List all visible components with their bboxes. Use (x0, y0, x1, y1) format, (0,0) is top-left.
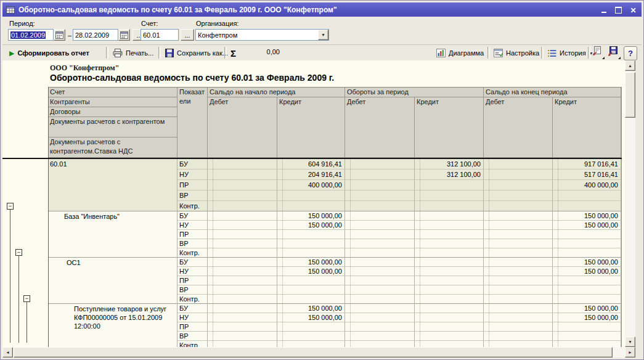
value-cell[interactable] (553, 341, 621, 347)
collapse-group-button[interactable]: − (23, 295, 30, 302)
value-cell[interactable] (415, 211, 484, 221)
period-to-input[interactable]: 28.02.2009 (73, 29, 118, 41)
indicator-cell[interactable]: ВР (177, 239, 208, 248)
value-cell[interactable] (415, 341, 484, 347)
value-cell[interactable]: 150 000,00 (277, 267, 345, 276)
value-cell[interactable] (484, 341, 553, 347)
value-cell[interactable] (208, 248, 277, 258)
value-cell[interactable] (345, 211, 415, 221)
period-from-calendar-button[interactable] (54, 29, 65, 41)
value-cell[interactable] (415, 332, 484, 341)
indicator-cell[interactable]: Контр. (177, 201, 208, 211)
section-label-cell[interactable]: 60.01 (48, 159, 177, 211)
value-cell[interactable] (277, 190, 345, 201)
value-cell[interactable] (208, 285, 277, 295)
value-cell[interactable] (484, 221, 553, 230)
value-cell[interactable] (415, 258, 484, 267)
value-cell[interactable]: 312 100,00 (415, 159, 484, 170)
settings-button[interactable]: Настройка (491, 46, 542, 60)
value-cell[interactable] (345, 180, 415, 190)
value-cell[interactable] (208, 258, 277, 267)
value-cell[interactable] (484, 159, 553, 170)
indicator-cell[interactable]: НУ (177, 170, 208, 180)
value-cell[interactable] (208, 332, 277, 341)
value-cell[interactable] (345, 170, 415, 180)
value-cell[interactable] (415, 190, 484, 201)
value-cell[interactable] (208, 322, 277, 332)
value-cell[interactable]: 150 000,00 (553, 221, 621, 230)
value-cell[interactable]: 150 000,00 (277, 221, 345, 230)
value-cell[interactable] (208, 180, 277, 190)
indicator-cell[interactable]: ВР (177, 332, 208, 341)
value-cell[interactable] (345, 267, 415, 276)
value-cell[interactable] (484, 332, 553, 341)
value-cell[interactable] (345, 230, 415, 239)
scroll-right-button[interactable]: ► (625, 347, 635, 358)
indicator-cell[interactable]: ВР (177, 190, 208, 201)
indicator-cell[interactable]: ПР (177, 230, 208, 239)
account-input[interactable]: 60.01 (141, 29, 179, 41)
indicator-cell[interactable]: БУ (177, 211, 208, 221)
value-cell[interactable] (415, 304, 484, 313)
value-cell[interactable] (415, 267, 484, 276)
value-cell[interactable] (345, 258, 415, 267)
value-cell[interactable] (484, 304, 553, 313)
value-cell[interactable] (208, 313, 277, 322)
help-button[interactable]: ? (624, 46, 637, 60)
save-report-settings-button[interactable] (608, 46, 621, 60)
value-cell[interactable] (484, 313, 553, 322)
value-cell[interactable] (208, 276, 277, 285)
value-cell[interactable]: 204 916,41 (277, 170, 345, 180)
value-cell[interactable] (208, 190, 277, 201)
organization-dropdown-button[interactable]: ▼ (318, 30, 328, 40)
value-cell[interactable] (345, 239, 415, 248)
value-cell[interactable] (553, 239, 621, 248)
scroll-down-button[interactable]: ▼ (625, 337, 635, 347)
scroll-left-button[interactable]: ◄ (2, 347, 13, 358)
period-from-input[interactable]: 01.02.2009 (8, 29, 54, 41)
value-cell[interactable] (345, 295, 415, 304)
value-cell[interactable] (208, 201, 277, 211)
value-cell[interactable] (208, 267, 277, 276)
value-cell[interactable] (277, 239, 345, 248)
value-cell[interactable] (484, 248, 553, 258)
value-cell[interactable] (553, 276, 621, 285)
indicator-cell[interactable]: ПР (177, 180, 208, 190)
value-cell[interactable] (208, 295, 277, 304)
value-cell[interactable] (415, 180, 484, 190)
value-cell[interactable] (484, 285, 553, 295)
indicator-cell[interactable]: БУ (177, 304, 208, 313)
scroll-up-button[interactable]: ▲ (625, 60, 635, 71)
value-cell[interactable] (553, 230, 621, 239)
value-cell[interactable] (277, 248, 345, 258)
value-cell[interactable] (208, 170, 277, 180)
value-cell[interactable] (553, 201, 621, 211)
indicator-cell[interactable]: НУ (177, 221, 208, 230)
value-cell[interactable] (484, 180, 553, 190)
value-cell[interactable]: 604 916,41 (277, 159, 345, 170)
hscroll-thumb[interactable] (14, 347, 613, 358)
print-button[interactable]: Печать... (110, 46, 156, 60)
value-cell[interactable] (415, 248, 484, 258)
collapse-group-button[interactable]: − (7, 203, 14, 210)
value-cell[interactable]: 150 000,00 (553, 313, 621, 322)
value-cell[interactable] (345, 221, 415, 230)
period-to-calendar-button[interactable] (118, 29, 130, 41)
value-cell[interactable] (553, 322, 621, 332)
close-button[interactable]: ✕ (628, 5, 638, 14)
section-label-cell[interactable]: Поступление товаров и услуг КФП00000005 … (48, 304, 177, 347)
value-cell[interactable] (484, 276, 553, 285)
value-cell[interactable]: 517 016,41 (553, 170, 621, 180)
value-cell[interactable]: 150 000,00 (553, 267, 621, 276)
value-cell[interactable] (277, 285, 345, 295)
value-cell[interactable] (208, 304, 277, 313)
value-cell[interactable] (484, 239, 553, 248)
value-cell[interactable] (484, 190, 553, 201)
value-cell[interactable] (208, 221, 277, 230)
value-cell[interactable] (208, 159, 277, 170)
value-cell[interactable]: 400 000,00 (553, 180, 621, 190)
indicator-cell[interactable]: НУ (177, 267, 208, 276)
horizontal-scrollbar[interactable]: ◄ (2, 347, 625, 358)
value-cell[interactable] (277, 230, 345, 239)
maximize-button[interactable] (613, 5, 624, 14)
